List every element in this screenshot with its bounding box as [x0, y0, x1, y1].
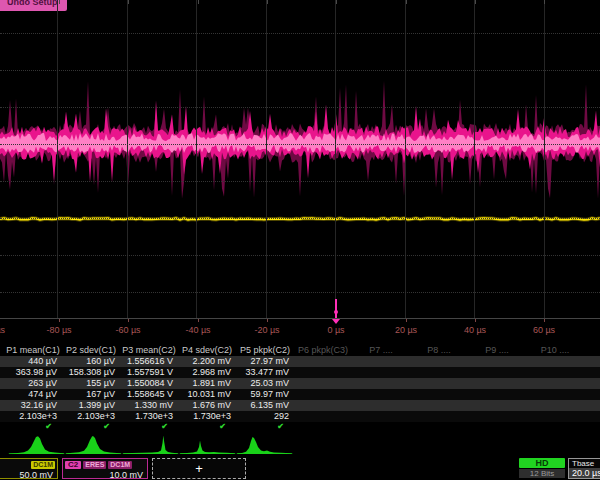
measure-col-header-p1[interactable]: P1 mean(C1): [4, 344, 62, 356]
axis-tick-mark: [198, 319, 199, 322]
histicon-distribution: [65, 436, 122, 454]
histicon-distribution: [236, 437, 293, 454]
graticule-top-tick: [198, 0, 199, 4]
measure-value-p5-min: 25.03 mV: [236, 378, 294, 389]
measure-row-min: 263 µV155 µV1.550084 V1.891 mV25.03 mV: [0, 378, 600, 389]
status-check-icon-p1: ✔: [4, 422, 62, 432]
axis-tick-label: 20 µs: [395, 325, 417, 335]
status-check-icon-p3: ✔: [120, 422, 178, 432]
graticule-hline: [0, 255, 600, 256]
measure-col-header-p6[interactable]: P6 pkpk(C3): [294, 344, 352, 356]
plus-icon: +: [195, 461, 203, 476]
graticule-vline: [544, 0, 545, 318]
histicon-p2[interactable]: [65, 433, 122, 457]
graticule-vline: [474, 0, 475, 318]
hd-bits-label: 12 Bits: [519, 469, 565, 478]
measure-value-p4-min: 1.891 mV: [178, 378, 236, 389]
measure-col-header-p8[interactable]: P8 ....: [410, 344, 468, 356]
c2-eres-tag: ERES: [83, 461, 106, 469]
axis-tick-mark: [267, 319, 268, 322]
measure-col-header-p5[interactable]: P5 pkpk(C2): [236, 344, 294, 356]
histicon-p3[interactable]: [122, 433, 179, 457]
axis-tick-label: -40 µs: [185, 325, 210, 335]
graticule-top-tick: [128, 0, 129, 4]
measure-value-p3-num: 1.730e+3: [120, 411, 178, 422]
graticule-hline: [0, 144, 600, 145]
measure-value-p3-min: 1.550084 V: [120, 378, 178, 389]
measure-col-header-p7[interactable]: P7 ....: [352, 344, 410, 356]
axis-tick-label: -60 µs: [115, 325, 140, 335]
acquisition-mode: HD 12 Bits: [519, 458, 565, 478]
measure-value-p1-mean: 363.98 µV: [4, 367, 62, 378]
histicon-p1[interactable]: [8, 433, 65, 457]
measure-value-p4-max: 10.031 mV: [178, 389, 236, 400]
oscilloscope-screen: Undo Setup -100 µs-80 µs-60 µs-40 µs-20 …: [0, 0, 600, 480]
measure-value-p2-sdev: 1.399 µV: [62, 400, 120, 411]
graticule-top-tick: [59, 0, 60, 4]
graticule-hline: [0, 107, 600, 108]
measure-value-p4-sdev: 1.676 mV: [178, 400, 236, 411]
measure-row-max: 474 µV167 µV1.558645 V10.031 mV59.97 mV: [0, 389, 600, 400]
graticule-vline: [405, 0, 406, 318]
channel-descriptor-c2[interactable]: C2 ERES DC1M 10.0 mV: [62, 458, 148, 479]
measurement-table: P1 mean(C1)P2 sdev(C1)P3 mean(C2)P4 sdev…: [0, 344, 600, 432]
graticule-hline: [0, 33, 600, 34]
add-trace-button[interactable]: +: [152, 458, 246, 479]
waveform-grid[interactable]: Undo Setup: [0, 0, 600, 318]
descriptor-bar: C1 DC1M 50.0 mV C2 ERES DC1M 10.0 mV + H…: [0, 458, 600, 480]
histicon-distribution: [122, 436, 179, 455]
timebase-label: Tbase: [569, 459, 600, 468]
trigger-time-line[interactable]: [335, 299, 337, 318]
axis-tick-mark: [128, 319, 129, 322]
histicon-p4[interactable]: [179, 433, 236, 457]
measure-value-p2-num: 2.103e+3: [62, 411, 120, 422]
histicon-row: [0, 433, 600, 457]
c1-coupling-tag: DC1M: [31, 461, 55, 469]
graticule-hline: [0, 218, 600, 219]
measure-value-p5-max: 59.97 mV: [236, 389, 294, 400]
measure-status-row: ✔✔✔✔✔: [0, 422, 600, 432]
measure-value-p1-num: 2.103e+3: [4, 411, 62, 422]
measure-value-p2-min: 155 µV: [62, 378, 120, 389]
hd-mode-badge[interactable]: HD: [519, 458, 565, 468]
measure-col-header-p11[interactable]: P11: [584, 344, 600, 356]
measure-col-header-p10[interactable]: P10 ....: [526, 344, 584, 356]
timebase-descriptor[interactable]: Tbase 20.0 µs/div: [568, 458, 600, 479]
measure-row-sdev: 32.16 µV1.399 µV1.330 mV1.676 mV6.135 mV: [0, 400, 600, 411]
graticule-hline: [0, 292, 600, 293]
graticule-top-tick: [267, 0, 268, 4]
measure-value-p1-sdev: 32.16 µV: [4, 400, 62, 411]
measure-row-mean: 363.98 µV158.308 µV1.557591 V2.968 mV33.…: [0, 367, 600, 378]
status-check-icon-p4: ✔: [178, 422, 236, 432]
measure-row-value: 440 µV160 µV1.556616 V2.200 mV27.97 mV: [0, 356, 600, 367]
measure-row-num: 2.103e+32.103e+31.730e+31.730e+3292: [0, 411, 600, 422]
graticule-hline: [0, 181, 600, 182]
measure-value-p3-value: 1.556616 V: [120, 356, 178, 367]
histicon-distribution: [8, 436, 65, 454]
c1-scale-value: 50.0 mV: [0, 470, 57, 480]
status-check-icon-p2: ✔: [62, 422, 120, 432]
histicon-p5[interactable]: [236, 433, 293, 457]
measure-value-p2-max: 167 µV: [62, 389, 120, 400]
graticule-vline: [196, 0, 197, 318]
measure-value-p3-max: 1.558645 V: [120, 389, 178, 400]
measure-value-p1-max: 474 µV: [4, 389, 62, 400]
measure-value-p5-sdev: 6.135 mV: [236, 400, 294, 411]
axis-tick-label: -20 µs: [254, 325, 279, 335]
measure-header-row: P1 mean(C1)P2 sdev(C1)P3 mean(C2)P4 sdev…: [0, 344, 600, 356]
axis-tick-mark: [59, 319, 60, 322]
measure-col-header-p9[interactable]: P9 ....: [468, 344, 526, 356]
trigger-time-dot: [334, 310, 338, 314]
axis-tick-label: -80 µs: [46, 325, 71, 335]
measure-value-p5-mean: 33.477 mV: [236, 367, 294, 378]
graticule-top-tick: [336, 0, 337, 4]
status-check-icon-p5: ✔: [236, 422, 294, 432]
measure-col-header-p2[interactable]: P2 sdev(C1): [62, 344, 120, 356]
channel-descriptor-c1[interactable]: C1 DC1M 50.0 mV: [0, 458, 58, 479]
measure-col-header-p3[interactable]: P3 mean(C2): [120, 344, 178, 356]
trigger-marker-icon[interactable]: [332, 319, 340, 324]
measure-value-p3-sdev: 1.330 mV: [120, 400, 178, 411]
measure-value-p2-mean: 158.308 µV: [62, 367, 120, 378]
graticule-vline: [57, 0, 58, 318]
measure-col-header-p4[interactable]: P4 sdev(C2): [178, 344, 236, 356]
